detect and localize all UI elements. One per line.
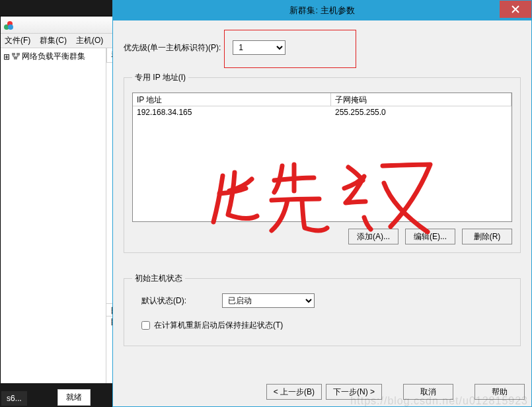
ip-group: 专用 IP 地址(I) IP 地址 子网掩码 192.168.34.165 25…: [124, 72, 521, 253]
close-icon: [512, 5, 519, 13]
cell-mask: 255.255.255.0: [331, 106, 512, 120]
ip-group-legend: 专用 IP 地址(I): [132, 72, 188, 83]
cancel-button[interactable]: 取消: [403, 384, 453, 400]
back-button[interactable]: < 上一步(B): [266, 384, 322, 400]
priority-label: 优先级(单一主机标识符)(P):: [124, 42, 221, 54]
menu-host[interactable]: 主机(O): [76, 35, 103, 46]
handwriting-annotation: [203, 153, 487, 285]
next-button[interactable]: 下一步(N) >: [326, 384, 382, 400]
taskbar-item[interactable]: s6...: [1, 391, 27, 406]
svg-rect-5: [14, 57, 17, 59]
menu-cluster[interactable]: 群集(C): [40, 35, 67, 46]
retain-suspend-checkbox[interactable]: [141, 321, 150, 330]
default-state-label: 默认状态(D):: [141, 295, 186, 307]
tree-pane: ⊞ 网络负载平衡群集: [1, 48, 106, 406]
tree-root[interactable]: ⊞ 网络负载平衡群集: [3, 51, 103, 62]
edit-button[interactable]: 编辑(E)...: [405, 229, 455, 244]
priority-select[interactable]: 1: [233, 40, 285, 55]
taskbar: s6... 就绪: [0, 383, 112, 407]
wizard-buttons: < 上一步(B) 下一步(N) > 取消 帮助: [113, 384, 531, 400]
svg-rect-4: [17, 53, 20, 56]
ip-table[interactable]: IP 地址 子网掩码 192.168.34.165 255.255.255.0: [132, 92, 512, 222]
dialog-title: 新群集: 主机参数: [289, 5, 354, 17]
state-group-legend: 初始主机状态: [132, 273, 185, 284]
host-params-dialog: 新群集: 主机参数 优先级(单一主机标识符)(P): 1 专用 IP 地址(I)…: [112, 0, 532, 407]
tree-expander-icon[interactable]: ⊞: [3, 52, 10, 61]
col-mask[interactable]: 子网掩码: [331, 93, 512, 106]
remove-button[interactable]: 删除(R): [462, 229, 512, 244]
default-state-select[interactable]: 已启动: [222, 293, 315, 308]
svg-rect-3: [12, 53, 15, 56]
app-icon: [3, 20, 14, 30]
close-button[interactable]: [500, 1, 531, 18]
col-ip[interactable]: IP 地址: [133, 93, 331, 106]
svg-point-2: [8, 24, 13, 30]
retain-suspend-label: 在计算机重新启动后保持挂起状态(T): [154, 320, 283, 331]
status-ready: 就绪: [57, 389, 91, 406]
add-button[interactable]: 添加(A)...: [348, 229, 399, 244]
help-button[interactable]: 帮助: [475, 384, 525, 400]
cluster-icon: [11, 51, 20, 62]
menu-file[interactable]: 文件(F): [5, 35, 30, 46]
table-row[interactable]: 192.168.34.165 255.255.255.0: [133, 106, 512, 120]
dialog-titlebar[interactable]: 新群集: 主机参数: [113, 1, 531, 20]
cell-ip: 192.168.34.165: [133, 106, 331, 120]
state-group: 初始主机状态 默认状态(D): 已启动 在计算机重新启动后保持挂起状态(T): [124, 273, 521, 346]
tree-root-label: 网络负载平衡群集: [22, 51, 85, 62]
